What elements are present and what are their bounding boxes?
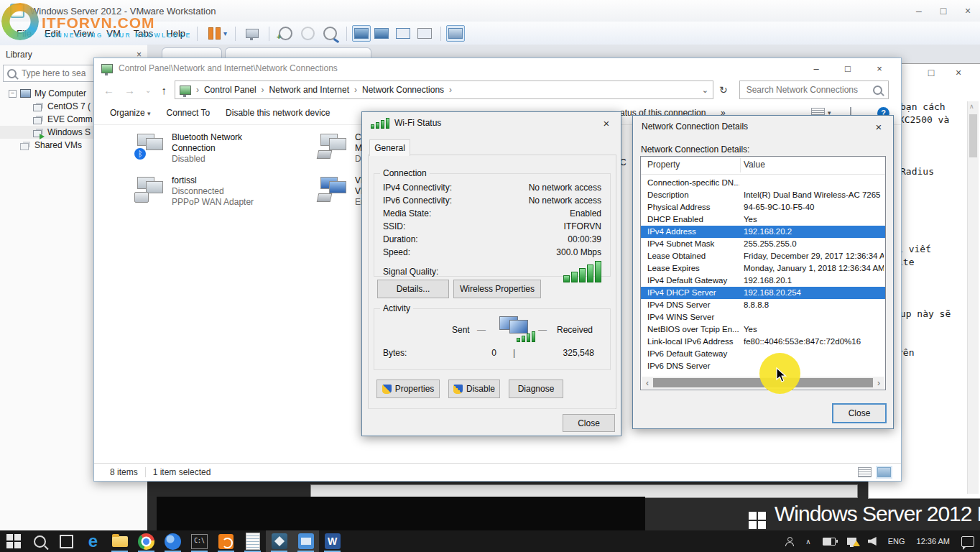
file-explorer-button[interactable] [106,530,133,552]
word-button[interactable]: W [319,530,346,552]
action-center-button[interactable] [956,530,980,552]
table-row[interactable]: DescriptionIntel(R) Dual Band Wireless-A… [641,189,885,201]
table-row-selected[interactable]: IPv4 DHCP Server192.168.20.254 [641,287,885,299]
coccoc-button[interactable] [160,530,186,552]
column-value[interactable]: Value [744,160,765,170]
scroll-left-icon[interactable]: ‹ [642,378,653,388]
property-cell: IPv6 DNS Server [647,360,739,372]
explorer-titlebar[interactable]: Control Panel\Network and Internet\Netwo… [94,58,901,78]
network-tray-button[interactable] [841,530,862,552]
task-view-button[interactable] [53,530,80,552]
organize-button[interactable]: Organize ▾ [110,108,151,118]
breadcrumb-network-and-internet[interactable]: Network and Internet [269,85,349,95]
breadcrumb-network-connections[interactable]: Network Connections [362,85,444,95]
wifi-close-button[interactable]: Close [563,414,615,432]
notepad-close-button[interactable]: × [945,64,972,81]
show-thumbnail-bar-toggle[interactable] [446,25,465,42]
contacts-app-button[interactable] [292,530,319,552]
thumbnail-view-icon[interactable] [877,467,891,477]
address-dropdown-caret-icon[interactable]: ⌄ [702,86,708,95]
wifi-close-icon[interactable]: × [592,113,621,133]
explorer-close-button[interactable]: × [864,59,895,78]
table-row[interactable]: IPv4 WINS Server [641,311,885,323]
notepad-scrollbar[interactable]: ∧ [967,101,979,494]
snapshot-manager-icon[interactable] [323,27,337,40]
people-tray-button[interactable] [780,530,800,552]
pause-vm-button[interactable] [208,27,221,40]
send-ctrl-alt-del-icon[interactable] [246,29,259,38]
connection-item-bluetooth[interactable]: ᛒ Bluetooth Network Connection Disabled [136,132,242,165]
start-button[interactable] [0,530,27,552]
table-row-selected[interactable]: IPv4 Address192.168.20.2 [641,226,885,238]
wifi-dialog-titlebar[interactable]: Wi-Fi Status × [362,112,621,134]
table-row[interactable]: Lease ObtainedFriday, December 29, 2017 … [641,250,885,262]
disable-button[interactable]: Disable [448,380,500,398]
edge-button[interactable]: e [80,530,106,552]
connect-to-button[interactable]: Connect To [167,108,211,118]
language-indicator[interactable]: ENG [882,530,911,552]
scrollbar-thumb[interactable] [969,114,977,157]
vmware-close-button[interactable]: × [956,2,980,19]
wan-adapter-icon [136,175,166,201]
refresh-icon[interactable]: ↻ [713,84,734,96]
collapse-icon[interactable]: − [9,90,17,98]
recent-pages-caret-icon[interactable]: ⌄ [140,86,156,94]
explorer-maximize-button[interactable]: □ [832,59,864,78]
show-library-toggle[interactable] [352,25,371,42]
disable-device-button[interactable]: Disable this network device [226,108,330,118]
details-dialog-titlebar[interactable]: Network Connection Details × [633,116,893,137]
command-prompt-button[interactable]: C:\ [186,530,213,552]
table-row[interactable]: Connection-specific DN... [641,177,885,189]
fullscreen-icon[interactable] [396,28,410,39]
explorer-search-input[interactable] [745,84,869,96]
volume-tray-button[interactable] [862,530,882,552]
vmware-maximize-button[interactable]: □ [931,2,956,19]
connection-item-ethernet[interactable]: Ci M Di [319,132,363,165]
revert-snapshot-icon[interactable] [301,27,315,40]
wireless-properties-button[interactable]: Wireless Properties [453,280,541,298]
tab-general[interactable]: General [369,139,410,156]
details-close-icon[interactable]: × [864,116,893,137]
scroll-up-icon[interactable]: ∧ [969,103,974,110]
taskbar-search-button[interactable] [27,530,53,552]
unity-view-icon[interactable] [417,28,432,39]
table-row[interactable]: DHCP EnabledYes [641,213,885,226]
battery-tray-button[interactable] [817,530,841,552]
explorer-search[interactable] [739,80,889,99]
back-icon[interactable]: ← [98,84,119,96]
details-button[interactable]: Details... [377,280,449,298]
up-icon[interactable]: ↑ [156,84,172,96]
table-row[interactable]: IPv4 DNS Server8.8.8.8 [641,299,885,311]
address-bar[interactable]: › Control Panel › Network and Internet ›… [175,80,713,99]
vmware-minimize-button[interactable]: – [907,2,931,19]
connection-item-vmnet[interactable]: VM VM En [319,175,368,208]
details-view-icon[interactable] [858,467,872,477]
vmware-button[interactable] [266,530,292,552]
table-row[interactable]: IPv4 Default Gateway192.168.20.1 [641,275,885,287]
pause-dropdown-caret[interactable]: ▾ [223,29,227,37]
clock[interactable]: 12:36 AM [911,530,956,552]
orange-app-button[interactable] [213,530,239,552]
scroll-right-icon[interactable]: › [873,378,884,388]
notepad-maximize-button[interactable]: □ [917,64,945,81]
breadcrumb-control-panel[interactable]: Control Panel [204,85,256,95]
vmware-icon [272,533,287,549]
column-property[interactable]: Property [647,160,680,170]
chrome-button[interactable] [133,530,160,552]
forward-icon[interactable]: → [119,84,140,96]
table-row[interactable]: IPv6 Default Gateway [641,348,885,360]
console-view-icon[interactable] [374,28,389,39]
connection-item-fortissl[interactable]: fortissl Disconnected PPPoP WAN Adapter [136,175,254,208]
table-row[interactable]: Lease ExpiresMonday, January 1, 2018 12:… [641,262,885,275]
table-row[interactable]: IPv4 Subnet Mask255.255.255.0 [641,238,885,250]
show-hidden-icons-button[interactable]: ∧ [800,530,816,552]
details-close-button[interactable]: Close [832,403,887,423]
properties-button[interactable]: Properties [376,380,440,398]
table-row[interactable]: NetBIOS over Tcpip En...Yes [641,323,885,336]
table-row[interactable]: Link-local IPv6 Addressfe80::4046:553e:8… [641,336,885,348]
diagnose-button[interactable]: Diagnose [509,380,563,398]
table-row[interactable]: Physical Address94-65-9C-10-F5-40 [641,201,885,213]
take-snapshot-icon[interactable]: + [279,27,292,40]
explorer-minimize-button[interactable]: – [800,59,832,78]
notepad-button[interactable] [239,530,266,552]
